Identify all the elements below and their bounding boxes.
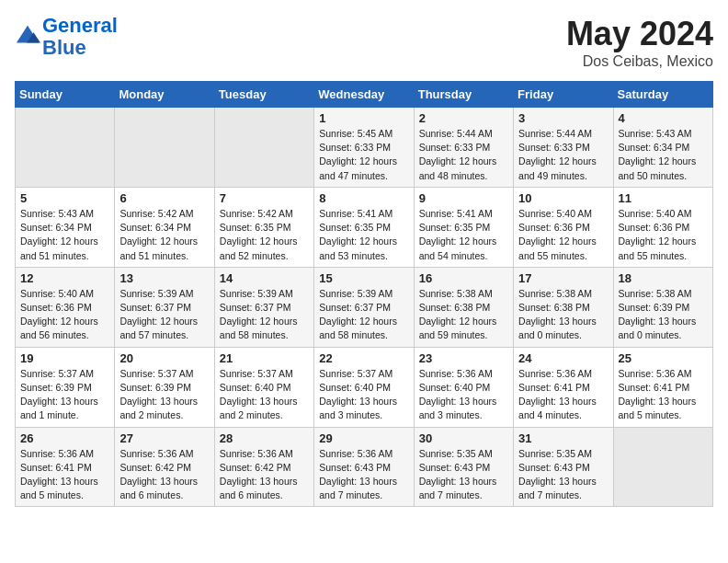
calendar-cell: 10Sunrise: 5:40 AMSunset: 6:36 PMDayligh… xyxy=(514,187,613,267)
calendar-week-row: 12Sunrise: 5:40 AMSunset: 6:36 PMDayligh… xyxy=(16,267,713,347)
calendar-week-row: 1Sunrise: 5:45 AMSunset: 6:33 PMDaylight… xyxy=(16,108,713,188)
day-number: 13 xyxy=(119,271,209,285)
day-number: 2 xyxy=(419,111,508,125)
weekday-header: Friday xyxy=(514,82,613,108)
calendar-table: SundayMondayTuesdayWednesdayThursdayFrid… xyxy=(15,81,713,507)
weekday-header: Saturday xyxy=(613,82,712,108)
calendar-cell: 20Sunrise: 5:37 AMSunset: 6:39 PMDayligh… xyxy=(115,347,214,427)
weekday-header: Wednesday xyxy=(314,82,414,108)
day-number: 29 xyxy=(319,431,408,445)
location-title: Dos Ceibas, Mexico xyxy=(566,53,713,70)
calendar-cell: 1Sunrise: 5:45 AMSunset: 6:33 PMDaylight… xyxy=(314,108,414,188)
day-number: 16 xyxy=(419,271,508,285)
calendar-cell: 6Sunrise: 5:42 AMSunset: 6:34 PMDaylight… xyxy=(115,187,214,267)
calendar-cell: 8Sunrise: 5:41 AMSunset: 6:35 PMDaylight… xyxy=(314,187,414,267)
calendar-cell: 5Sunrise: 5:43 AMSunset: 6:34 PMDaylight… xyxy=(16,187,115,267)
day-number: 6 xyxy=(119,191,209,205)
calendar-cell: 14Sunrise: 5:39 AMSunset: 6:37 PMDayligh… xyxy=(214,267,313,347)
day-info: Sunrise: 5:37 AMSunset: 6:39 PMDaylight:… xyxy=(20,367,109,423)
calendar-cell: 30Sunrise: 5:35 AMSunset: 6:43 PMDayligh… xyxy=(414,427,513,507)
weekday-header: Monday xyxy=(115,82,214,108)
title-block: May 2024 Dos Ceibas, Mexico xyxy=(566,15,713,70)
day-info: Sunrise: 5:40 AMSunset: 6:36 PMDaylight:… xyxy=(20,287,109,343)
day-number: 20 xyxy=(119,351,209,365)
day-number: 19 xyxy=(20,351,109,365)
day-number: 4 xyxy=(619,111,708,125)
day-info: Sunrise: 5:35 AMSunset: 6:43 PMDaylight:… xyxy=(518,447,608,503)
day-info: Sunrise: 5:39 AMSunset: 6:37 PMDaylight:… xyxy=(319,287,408,343)
calendar-cell: 23Sunrise: 5:36 AMSunset: 6:40 PMDayligh… xyxy=(414,347,513,427)
day-info: Sunrise: 5:39 AMSunset: 6:37 PMDaylight:… xyxy=(119,287,209,343)
calendar-cell: 11Sunrise: 5:40 AMSunset: 6:36 PMDayligh… xyxy=(613,187,712,267)
calendar-cell: 28Sunrise: 5:36 AMSunset: 6:42 PMDayligh… xyxy=(214,427,313,507)
day-number: 14 xyxy=(220,271,309,285)
calendar-cell: 9Sunrise: 5:41 AMSunset: 6:35 PMDaylight… xyxy=(414,187,513,267)
day-number: 7 xyxy=(220,191,309,205)
day-info: Sunrise: 5:36 AMSunset: 6:42 PMDaylight:… xyxy=(220,447,309,503)
day-info: Sunrise: 5:43 AMSunset: 6:34 PMDaylight:… xyxy=(619,127,708,183)
calendar-cell: 26Sunrise: 5:36 AMSunset: 6:41 PMDayligh… xyxy=(16,427,115,507)
calendar-cell: 16Sunrise: 5:38 AMSunset: 6:38 PMDayligh… xyxy=(414,267,513,347)
day-number: 3 xyxy=(518,111,608,125)
day-number: 26 xyxy=(20,431,109,445)
day-number: 17 xyxy=(518,271,608,285)
day-number: 1 xyxy=(319,111,408,125)
day-info: Sunrise: 5:35 AMSunset: 6:43 PMDaylight:… xyxy=(419,447,508,503)
day-info: Sunrise: 5:36 AMSunset: 6:40 PMDaylight:… xyxy=(419,367,508,423)
day-info: Sunrise: 5:40 AMSunset: 6:36 PMDaylight:… xyxy=(518,207,608,263)
day-number: 5 xyxy=(20,191,109,205)
day-info: Sunrise: 5:37 AMSunset: 6:40 PMDaylight:… xyxy=(319,367,408,423)
day-info: Sunrise: 5:36 AMSunset: 6:42 PMDaylight:… xyxy=(119,447,209,503)
calendar-cell: 18Sunrise: 5:38 AMSunset: 6:39 PMDayligh… xyxy=(613,267,712,347)
calendar-cell: 17Sunrise: 5:38 AMSunset: 6:38 PMDayligh… xyxy=(514,267,613,347)
day-info: Sunrise: 5:39 AMSunset: 6:37 PMDaylight:… xyxy=(220,287,309,343)
day-info: Sunrise: 5:41 AMSunset: 6:35 PMDaylight:… xyxy=(419,207,508,263)
calendar-cell: 21Sunrise: 5:37 AMSunset: 6:40 PMDayligh… xyxy=(214,347,313,427)
calendar-cell: 25Sunrise: 5:36 AMSunset: 6:41 PMDayligh… xyxy=(613,347,712,427)
weekday-header: Tuesday xyxy=(214,82,313,108)
day-info: Sunrise: 5:44 AMSunset: 6:33 PMDaylight:… xyxy=(518,127,608,183)
day-number: 21 xyxy=(220,351,309,365)
calendar-cell: 2Sunrise: 5:44 AMSunset: 6:33 PMDaylight… xyxy=(414,108,513,188)
calendar-cell: 31Sunrise: 5:35 AMSunset: 6:43 PMDayligh… xyxy=(514,427,613,507)
calendar-week-row: 5Sunrise: 5:43 AMSunset: 6:34 PMDaylight… xyxy=(16,187,713,267)
day-number: 10 xyxy=(518,191,608,205)
day-number: 15 xyxy=(319,271,408,285)
calendar-cell xyxy=(613,427,712,507)
day-info: Sunrise: 5:37 AMSunset: 6:39 PMDaylight:… xyxy=(119,367,209,423)
calendar-cell: 3Sunrise: 5:44 AMSunset: 6:33 PMDaylight… xyxy=(514,108,613,188)
day-number: 31 xyxy=(518,431,608,445)
calendar-cell: 22Sunrise: 5:37 AMSunset: 6:40 PMDayligh… xyxy=(314,347,414,427)
day-info: Sunrise: 5:42 AMSunset: 6:35 PMDaylight:… xyxy=(220,207,309,263)
day-number: 11 xyxy=(619,191,708,205)
calendar-cell: 27Sunrise: 5:36 AMSunset: 6:42 PMDayligh… xyxy=(115,427,214,507)
calendar-week-row: 26Sunrise: 5:36 AMSunset: 6:41 PMDayligh… xyxy=(16,427,713,507)
day-number: 12 xyxy=(20,271,109,285)
calendar-week-row: 19Sunrise: 5:37 AMSunset: 6:39 PMDayligh… xyxy=(16,347,713,427)
day-number: 22 xyxy=(319,351,408,365)
day-info: Sunrise: 5:38 AMSunset: 6:39 PMDaylight:… xyxy=(619,287,708,343)
day-number: 30 xyxy=(419,431,508,445)
calendar-cell: 13Sunrise: 5:39 AMSunset: 6:37 PMDayligh… xyxy=(115,267,214,347)
day-number: 18 xyxy=(619,271,708,285)
calendar-cell: 24Sunrise: 5:36 AMSunset: 6:41 PMDayligh… xyxy=(514,347,613,427)
page-header: General Blue May 2024 Dos Ceibas, Mexico xyxy=(15,15,713,70)
day-info: Sunrise: 5:40 AMSunset: 6:36 PMDaylight:… xyxy=(619,207,708,263)
day-info: Sunrise: 5:42 AMSunset: 6:34 PMDaylight:… xyxy=(119,207,209,263)
calendar-cell: 7Sunrise: 5:42 AMSunset: 6:35 PMDaylight… xyxy=(214,187,313,267)
day-info: Sunrise: 5:36 AMSunset: 6:41 PMDaylight:… xyxy=(518,367,608,423)
calendar-cell: 4Sunrise: 5:43 AMSunset: 6:34 PMDaylight… xyxy=(613,108,712,188)
day-info: Sunrise: 5:43 AMSunset: 6:34 PMDaylight:… xyxy=(20,207,109,263)
day-info: Sunrise: 5:38 AMSunset: 6:38 PMDaylight:… xyxy=(419,287,508,343)
day-info: Sunrise: 5:36 AMSunset: 6:41 PMDaylight:… xyxy=(619,367,708,423)
day-info: Sunrise: 5:38 AMSunset: 6:38 PMDaylight:… xyxy=(518,287,608,343)
day-info: Sunrise: 5:44 AMSunset: 6:33 PMDaylight:… xyxy=(419,127,508,183)
calendar-cell: 29Sunrise: 5:36 AMSunset: 6:43 PMDayligh… xyxy=(314,427,414,507)
day-number: 9 xyxy=(419,191,508,205)
day-number: 27 xyxy=(119,431,209,445)
day-number: 28 xyxy=(220,431,309,445)
day-number: 24 xyxy=(518,351,608,365)
weekday-header: Sunday xyxy=(16,82,115,108)
day-info: Sunrise: 5:36 AMSunset: 6:41 PMDaylight:… xyxy=(20,447,109,503)
calendar-cell xyxy=(214,108,313,188)
